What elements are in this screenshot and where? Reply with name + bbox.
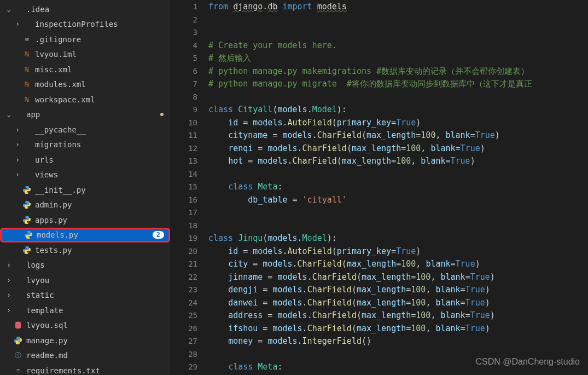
code-line[interactable] [208,14,588,27]
tree-item-label: requirements.txt [26,366,100,375]
code-line[interactable]: # 然后输入 [208,52,588,65]
folder-icon [13,260,23,270]
tree-item-app[interactable]: ⌄app [0,107,170,123]
code-line[interactable] [208,220,588,233]
chevron-right-icon[interactable]: › [13,170,22,179]
tree-item-label: __pycache__ [35,125,86,134]
code-line[interactable]: class Cityall(models.Model): [208,103,588,117]
line-number: 8 [170,91,208,104]
code-line[interactable]: # python manage.py migrate #将你的数据库变动同步到数… [208,78,588,91]
tree-item-lvyou[interactable]: ›lvyou [0,273,170,288]
folder-icon [22,140,32,149]
line-number: 9 [170,103,208,117]
tree-item-label: .idea [26,5,49,14]
tree-item-lvyou-iml[interactable]: ℕlvyou.iml [0,47,170,62]
code-line[interactable]: from django.db import models [208,1,588,14]
tree-item-models-py[interactable]: models.py2 [0,228,170,243]
code-line[interactable]: dengji = models.CharField(max_length=100… [208,284,588,297]
line-number: 21 [170,258,208,271]
tree-item-label: lvyou [26,276,49,285]
chevron-spacer [13,50,22,59]
code-line[interactable] [208,91,588,104]
tree-item-label: inspectionProfiles [35,20,118,28]
code-line[interactable]: danwei = models.CharField(max_length=100… [208,297,588,310]
tree-item-label: __init__.py [35,186,86,194]
line-number: 12 [170,142,208,155]
line-number: 10 [170,117,208,130]
folder-icon [22,19,32,29]
chevron-right-icon[interactable]: › [4,276,13,285]
tree-item---pycache--[interactable]: ›__pycache__ [0,122,170,137]
code-line[interactable]: renqi = models.CharField(max_length=100,… [208,142,588,155]
code-line[interactable] [208,206,588,220]
code-line[interactable]: city = models.CharField(max_length=100, … [208,258,588,271]
tree-item-modules-xml[interactable]: ℕmodules.xml [0,77,170,93]
txt-icon: ≡ [13,366,23,375]
code-line[interactable]: db_table = 'cityall' [208,194,588,207]
chevron-down-icon[interactable]: ⌄ [4,110,13,119]
code-editor[interactable]: 1234567891011121314151617181920212223242… [170,0,588,375]
code-line[interactable]: hot = models.CharField(max_length=100, b… [208,155,588,168]
py-icon [22,215,32,225]
tree-item-workspace-xml[interactable]: ℕworkspace.xml [0,92,170,107]
tree-item-admin-py[interactable]: admin.py [0,198,170,213]
code-line[interactable]: id = models.AutoField(primary_key=True) [208,245,588,258]
code-line[interactable]: id = models.AutoField(primary_key=True) [208,117,588,130]
chevron-spacer [13,65,22,74]
py-icon [13,336,23,345]
code-line[interactable]: cityname = models.CharField(max_length=1… [208,129,588,142]
tree-item-migrations[interactable]: ›migrations [0,137,170,153]
code-line[interactable]: jinname = models.CharField(max_length=10… [208,271,588,284]
tree-item-template[interactable]: ›template [0,303,170,318]
code-line[interactable]: address = models.CharField(max_length=10… [208,309,588,322]
line-number: 16 [170,194,208,207]
chevron-right-icon[interactable]: › [4,306,13,315]
folder-icon [13,109,23,119]
chevron-right-icon[interactable]: › [13,140,22,149]
tree-item-inspectionprofiles[interactable]: ›inspectionProfiles [0,17,170,32]
code-line[interactable]: class Meta: [208,181,588,194]
tree-item-label: urls [35,155,54,164]
line-number: 24 [170,297,208,310]
line-number: 11 [170,129,208,142]
line-number: 15 [170,181,208,194]
tree-item-readme-md[interactable]: ⓘreadme.md [0,348,170,364]
chevron-right-icon[interactable]: › [13,155,22,164]
tree-item-label: tests.py [35,246,72,255]
py-icon [22,245,32,255]
code-line[interactable] [208,168,588,181]
chevron-right-icon[interactable]: › [4,291,13,299]
tree-item-static[interactable]: ›static [0,288,170,303]
folder-icon [13,4,23,14]
chevron-spacer [13,80,22,89]
file-explorer[interactable]: ⌄.idea›inspectionProfiles≡.gitignoreℕlvy… [0,0,170,375]
tree-item---init---py[interactable]: __init__.py [0,182,170,198]
tree-item--gitignore[interactable]: ≡.gitignore [0,32,170,47]
line-number: 19 [170,232,208,245]
folder-icon [22,170,32,180]
tree-item-misc-xml[interactable]: ℕmisc.xml [0,62,170,77]
tree-item-tests-py[interactable]: tests.py [0,243,170,258]
code-line[interactable]: ifshou = models.CharField(max_length=100… [208,322,588,336]
tree-item-urls[interactable]: ›urls [0,152,170,168]
tree-item-lvyou-sql[interactable]: lvyou.sql [0,318,170,333]
code-line[interactable]: # python manage.py makemigrations #数据库变动… [208,65,588,78]
chevron-down-icon[interactable]: ⌄ [4,5,13,14]
code-line[interactable]: # Create your models here. [208,39,588,53]
code-line[interactable]: money = models.IntegerField() [208,335,588,348]
md-icon: ⓘ [13,350,23,360]
line-number: 29 [170,361,208,374]
chevron-right-icon[interactable]: › [13,125,22,134]
code-line[interactable]: class Jinqu(models.Model): [208,232,588,245]
line-number: 2 [170,14,208,27]
tree-item-apps-py[interactable]: apps.py [0,212,170,228]
chevron-right-icon[interactable]: › [13,20,22,28]
tree-item-requirements-txt[interactable]: ≡requirements.txt [0,363,170,375]
tree-item--idea[interactable]: ⌄.idea [0,2,170,17]
chevron-right-icon[interactable]: › [4,261,13,269]
code-line[interactable] [208,26,588,39]
code-content[interactable]: from django.db import models# Create you… [208,0,588,375]
tree-item-logs[interactable]: ›logs [0,258,170,273]
tree-item-views[interactable]: ›views [0,168,170,183]
tree-item-manage-py[interactable]: manage.py [0,333,170,348]
